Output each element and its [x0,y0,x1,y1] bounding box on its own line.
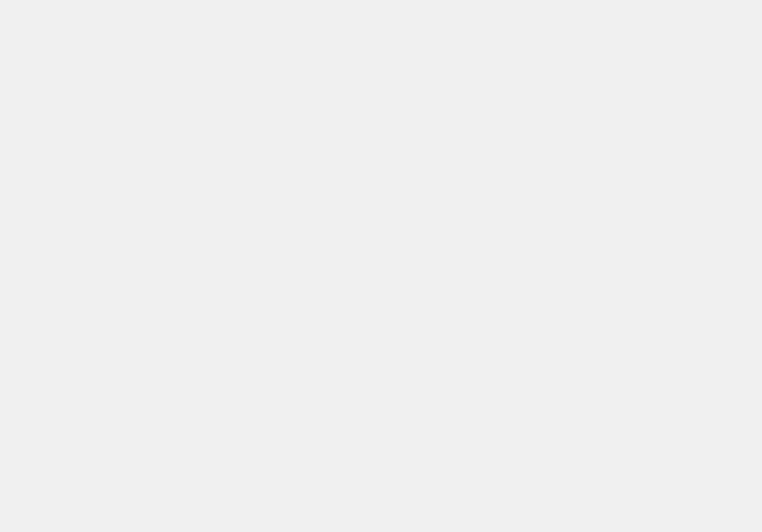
diagram-container [0,0,762,532]
